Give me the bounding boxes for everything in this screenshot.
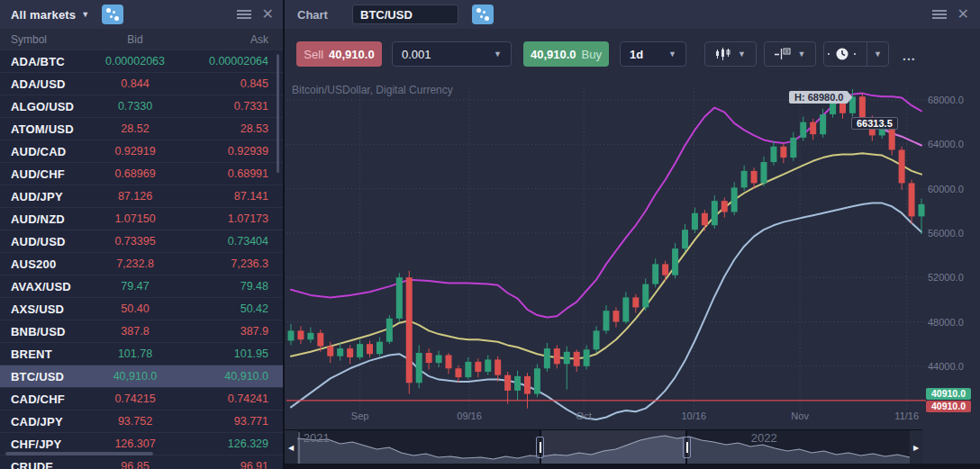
row-ask: 87.141 bbox=[184, 190, 283, 203]
row-ask: 0.7331 bbox=[184, 100, 283, 113]
upper-band bbox=[291, 94, 921, 318]
row-ask: 28.53 bbox=[184, 122, 283, 135]
row-symbol: AUD/JPY bbox=[0, 190, 86, 203]
watchlist-row[interactable]: BRENT101.78101.95 bbox=[0, 343, 283, 365]
row-bid: 93.752 bbox=[86, 415, 184, 428]
column-bid[interactable]: Bid bbox=[86, 33, 184, 46]
column-ask[interactable]: Ask bbox=[184, 33, 283, 46]
row-bid: 0.00002063 bbox=[86, 55, 184, 68]
high-price-label: H: 68980.0 bbox=[789, 91, 852, 104]
close-icon[interactable]: ✕ bbox=[262, 7, 274, 22]
watchlist-column-headers: Symbol Bid Ask bbox=[0, 29, 283, 50]
row-symbol: AUD/NZD bbox=[0, 212, 86, 226]
watchlist-header: All markets ▼ ✕ bbox=[0, 0, 283, 29]
chart-area[interactable]: Bitcoin/USDollar, Digital Currency 68000… bbox=[285, 79, 980, 429]
sell-button[interactable]: Sell 40,910.0 bbox=[296, 41, 382, 67]
row-symbol: BRENT bbox=[0, 347, 86, 361]
candles-layer bbox=[288, 89, 925, 409]
watchlist-row[interactable]: CAD/CHF0.742150.74241 bbox=[0, 388, 283, 410]
row-symbol: AUD/USD bbox=[0, 235, 86, 248]
row-bid: 50.40 bbox=[86, 302, 184, 315]
row-ask: 7,236.3 bbox=[184, 257, 283, 270]
row-bid: 7,232.8 bbox=[86, 257, 184, 270]
watchlist-row[interactable]: CAD/JPY93.75293.771 bbox=[0, 410, 283, 433]
row-ask: 96.91 bbox=[184, 460, 283, 469]
trading-terminal: All markets ▼ ✕ Symbol Bid Ask ADA/BTC0.… bbox=[0, 0, 980, 469]
watchlist-row[interactable]: AVAX/USD79.4779.48 bbox=[0, 275, 283, 298]
chart-type-button[interactable]: ▼ bbox=[704, 41, 757, 67]
symbol-input[interactable] bbox=[352, 5, 458, 24]
close-icon[interactable]: ✕ bbox=[957, 7, 969, 22]
chart-panel: Chart ✕ Sell 40,910.0 0.001 ▼ 40,910.0 B… bbox=[285, 0, 980, 469]
row-ask: 101.95 bbox=[184, 347, 283, 360]
watchlist-row[interactable]: AUD/JPY87.12687.141 bbox=[0, 185, 283, 208]
x-axis-label: Sep bbox=[351, 410, 369, 421]
row-bid: 101.78 bbox=[86, 347, 184, 360]
y-axis-label: 48000.0 bbox=[928, 317, 978, 328]
watchlist-row[interactable]: CRUDE96.8596.91 bbox=[0, 455, 283, 469]
link-symbol-icon[interactable] bbox=[102, 5, 123, 24]
navigator-viewport[interactable] bbox=[540, 430, 687, 464]
navigator-right-handle[interactable] bbox=[683, 437, 691, 458]
row-bid: 0.73395 bbox=[86, 235, 184, 248]
hamburger-icon[interactable] bbox=[237, 10, 251, 19]
row-symbol: CRUDE bbox=[0, 460, 86, 469]
watchlist-row[interactable]: AUD/USD0.733950.73404 bbox=[0, 230, 283, 253]
watchlist-rows: ADA/BTC0.000020630.00002064ADA/USD0.8440… bbox=[0, 50, 283, 469]
watchlist-row[interactable]: AXS/USD50.4050.42 bbox=[0, 298, 283, 320]
column-symbol[interactable]: Symbol bbox=[0, 33, 86, 46]
watchlist-row[interactable]: AUS2007,232.87,236.3 bbox=[0, 253, 283, 275]
row-bid: 28.52 bbox=[86, 122, 184, 135]
more-options-button[interactable]: ... bbox=[903, 49, 916, 63]
sell-label: Sell bbox=[304, 48, 323, 61]
watchlist-row[interactable]: AUD/CHF0.689690.68991 bbox=[0, 163, 283, 185]
row-ask: 0.68991 bbox=[184, 167, 283, 180]
watchlist-row[interactable]: BNB/USD387.8387.9 bbox=[0, 320, 283, 343]
row-bid: 0.74215 bbox=[86, 392, 184, 405]
row-symbol: AUD/CHF bbox=[0, 167, 86, 181]
annotation-label: 66313.5 bbox=[851, 117, 898, 130]
watchlist-title[interactable]: All markets bbox=[11, 8, 76, 22]
hamburger-icon[interactable] bbox=[932, 10, 947, 19]
watchlist-row[interactable]: AUD/CAD0.929190.92939 bbox=[0, 140, 283, 163]
navigator-left-arrow-icon[interactable]: ◀ bbox=[285, 430, 297, 464]
row-symbol: CAD/JPY bbox=[0, 415, 86, 428]
row-symbol: AUD/CAD bbox=[0, 145, 86, 158]
watchlist-row[interactable]: ADA/BTC0.000020630.00002064 bbox=[0, 50, 283, 73]
sell-price: 40,910.0 bbox=[329, 48, 375, 61]
row-ask: 93.771 bbox=[184, 415, 283, 428]
watchlist-row[interactable]: ALGO/USD0.73300.7331 bbox=[0, 95, 283, 118]
chart-navigator[interactable]: ◀ 20212022 ▶ bbox=[285, 429, 922, 464]
watchlist-row[interactable]: ADA/USD0.8440.845 bbox=[0, 73, 283, 95]
row-symbol: CAD/CHF bbox=[0, 392, 86, 406]
watchlist-row[interactable]: ATOM/USD28.5228.53 bbox=[0, 118, 283, 140]
horizontal-scrollbar[interactable] bbox=[5, 452, 153, 455]
indicators-button[interactable]: ▼ bbox=[764, 41, 816, 67]
axis-corner bbox=[926, 429, 980, 464]
timeframe-dropdown[interactable]: 1d ▼ bbox=[620, 41, 686, 67]
watchlist-row[interactable]: AUD/NZD1.071501.07173 bbox=[0, 208, 283, 230]
timezone-button[interactable]: ▼ bbox=[823, 41, 889, 67]
row-ask: 0.74241 bbox=[184, 392, 283, 405]
link-symbol-icon[interactable] bbox=[472, 5, 494, 24]
navigator-left-handle[interactable] bbox=[536, 437, 544, 458]
price-chart-svg[interactable] bbox=[286, 79, 926, 423]
buy-button[interactable]: 40,910.0 Buy bbox=[523, 41, 609, 67]
row-ask: 40,910.0 bbox=[184, 370, 283, 383]
chevron-down-icon[interactable]: ▼ bbox=[867, 42, 888, 66]
vertical-scrollbar[interactable] bbox=[277, 54, 279, 173]
row-symbol: ADA/BTC bbox=[0, 55, 86, 68]
timeframe-value: 1d bbox=[630, 48, 643, 61]
row-ask: 0.845 bbox=[184, 77, 283, 90]
navigator-right-arrow-icon[interactable]: ▶ bbox=[910, 430, 922, 464]
chart-header: Chart ✕ bbox=[285, 0, 980, 29]
chevron-down-icon[interactable]: ▼ bbox=[81, 10, 89, 19]
chevron-down-icon: ▼ bbox=[668, 50, 676, 59]
row-ask: 79.48 bbox=[184, 280, 283, 293]
watchlist-row[interactable]: BTC/USD40,910.040,910.0 bbox=[0, 365, 283, 388]
row-symbol: ATOM/USD bbox=[0, 122, 86, 136]
row-ask: 1.07173 bbox=[184, 212, 283, 225]
buy-price: 40,910.0 bbox=[531, 48, 576, 61]
volume-dropdown[interactable]: 0.001 ▼ bbox=[392, 41, 512, 67]
row-ask: 387.9 bbox=[184, 325, 283, 338]
